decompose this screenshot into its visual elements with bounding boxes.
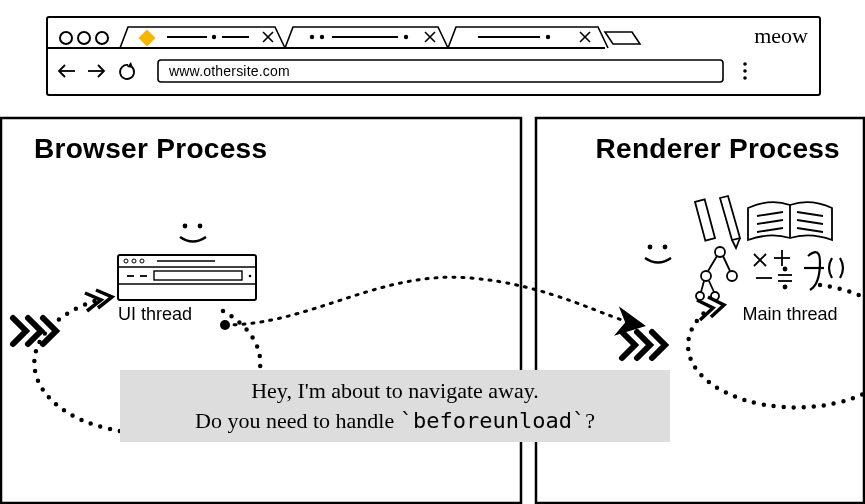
svg-point-51 [696, 292, 704, 300]
message-line2a: Do you need to handle [195, 408, 400, 433]
browser-chrome: meow www.othersite.com [47, 17, 820, 95]
url-value: www.othersite.com [168, 63, 290, 79]
svg-point-49 [701, 271, 711, 281]
message-line1: Hey, I'm about to navigate away. [251, 378, 539, 403]
back-button[interactable] [59, 65, 75, 77]
ruler-pencil-icon [695, 196, 740, 248]
menu-button[interactable] [743, 62, 747, 80]
svg-line-42 [757, 212, 783, 216]
svg-point-23 [743, 76, 747, 80]
svg-line-45 [797, 212, 823, 216]
message-line2b: ? [585, 408, 595, 433]
message-callout: Hey, I'm about to navigate away. Do you … [120, 370, 670, 442]
svg-line-54 [723, 256, 730, 271]
svg-text:Do you need to handle `beforeu: Do you need to handle `beforeunload`? [195, 408, 595, 433]
smiley-icon [180, 224, 206, 242]
math-ops-icon [754, 250, 792, 289]
new-tab-button[interactable] [605, 32, 640, 44]
svg-point-24 [183, 224, 188, 229]
svg-point-22 [743, 69, 747, 73]
book-icon [748, 202, 832, 240]
close-icon[interactable] [425, 32, 435, 42]
forward-button[interactable] [88, 65, 104, 77]
svg-point-65 [784, 286, 787, 289]
window-dot-icon [78, 32, 90, 44]
brand-name: meow [754, 23, 808, 48]
svg-rect-0 [47, 17, 820, 95]
main-thread-label: Main thread [742, 304, 837, 324]
ui-thread-label: UI thread [118, 304, 192, 324]
svg-point-8 [310, 35, 314, 39]
tab[interactable] [285, 27, 448, 48]
svg-line-46 [797, 220, 823, 224]
svg-point-9 [320, 35, 324, 39]
tree-icon [696, 247, 737, 300]
message-arrow [220, 277, 640, 330]
svg-rect-2 [139, 30, 156, 47]
svg-point-25 [198, 224, 203, 229]
message-code: `beforeunload` [400, 408, 585, 433]
chevrons-icon [13, 318, 56, 344]
svg-point-38 [648, 245, 653, 250]
active-tab-indicator-icon [139, 30, 156, 47]
svg-point-4 [212, 35, 216, 39]
svg-point-50 [727, 271, 737, 281]
close-icon[interactable] [580, 32, 590, 42]
svg-line-53 [708, 256, 717, 271]
svg-point-36 [249, 275, 252, 278]
svg-point-39 [663, 245, 668, 250]
browser-process-title: Browser Process [34, 133, 267, 164]
window-dot-icon [60, 32, 72, 44]
tab[interactable] [448, 27, 608, 48]
function-icon [804, 252, 843, 290]
svg-line-43 [757, 220, 783, 224]
main-thread-loop: Main thread [645, 196, 865, 407]
renderer-process-title: Renderer Process [596, 133, 840, 164]
chevrons-icon [622, 332, 665, 358]
svg-rect-40 [695, 199, 715, 240]
svg-point-15 [546, 35, 550, 39]
svg-point-11 [404, 35, 408, 39]
svg-line-44 [757, 228, 783, 232]
close-icon[interactable] [263, 32, 273, 42]
smiley-icon [645, 245, 671, 263]
svg-line-47 [797, 228, 823, 232]
svg-line-56 [709, 281, 714, 292]
svg-point-48 [715, 247, 725, 257]
url-input[interactable]: www.othersite.com [158, 60, 723, 82]
browser-window-icon [118, 255, 256, 300]
svg-line-55 [701, 281, 704, 292]
reload-button[interactable] [120, 62, 134, 79]
window-dot-icon [96, 32, 108, 44]
svg-point-64 [784, 268, 787, 271]
browser-process-panel [1, 118, 521, 503]
svg-point-21 [743, 62, 747, 66]
